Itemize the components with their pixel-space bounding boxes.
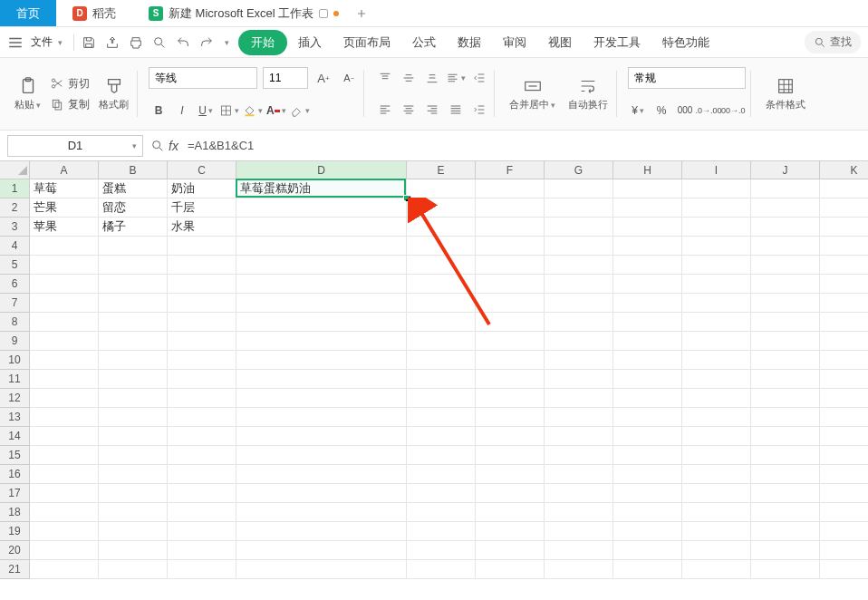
cell-H20[interactable] bbox=[613, 541, 682, 560]
cell-G16[interactable] bbox=[545, 465, 613, 484]
cell-A18[interactable] bbox=[30, 503, 99, 522]
cell-K5[interactable] bbox=[820, 256, 868, 275]
cell-I16[interactable] bbox=[682, 465, 751, 484]
cell-J3[interactable] bbox=[751, 218, 820, 237]
cell-J8[interactable] bbox=[751, 313, 820, 332]
cell-J17[interactable] bbox=[751, 484, 820, 503]
cell-J19[interactable] bbox=[751, 522, 820, 541]
cell-D2[interactable] bbox=[236, 198, 407, 218]
cell-I6[interactable] bbox=[682, 275, 751, 294]
cell-G6[interactable] bbox=[545, 275, 613, 294]
row-header-15[interactable]: 15 bbox=[0, 446, 30, 465]
cell-I5[interactable] bbox=[682, 256, 751, 275]
increase-indent-button[interactable] bbox=[469, 100, 489, 120]
search-box[interactable]: 查找 bbox=[805, 31, 861, 53]
cell-B21[interactable] bbox=[99, 560, 168, 579]
cell-G13[interactable] bbox=[545, 408, 613, 427]
copy-button[interactable]: 复制 bbox=[50, 97, 90, 112]
align-bottom-button[interactable] bbox=[422, 68, 442, 88]
cell-C5[interactable] bbox=[168, 256, 236, 275]
format-painter-button[interactable]: 格式刷 bbox=[95, 73, 132, 115]
cell-D6[interactable] bbox=[236, 275, 407, 294]
cell-I15[interactable] bbox=[682, 446, 751, 465]
cell-E20[interactable] bbox=[407, 541, 476, 560]
cell-I14[interactable] bbox=[682, 427, 751, 446]
cell-K19[interactable] bbox=[820, 522, 868, 541]
cell-H3[interactable] bbox=[613, 218, 682, 237]
select-all-corner[interactable] bbox=[0, 161, 30, 179]
font-name-select[interactable] bbox=[149, 67, 257, 89]
cell-I12[interactable] bbox=[682, 389, 751, 408]
cell-A12[interactable] bbox=[30, 389, 99, 408]
cell-K4[interactable] bbox=[820, 237, 868, 256]
increase-font-button[interactable]: A+ bbox=[313, 68, 333, 88]
cell-I11[interactable] bbox=[682, 370, 751, 389]
cell-F7[interactable] bbox=[476, 294, 545, 313]
cell-A3[interactable]: 苹果 bbox=[30, 218, 99, 237]
cell-F16[interactable] bbox=[476, 465, 545, 484]
wrap-text-button[interactable]: 自动换行 bbox=[564, 73, 612, 115]
ribbon-tab-3[interactable]: 公式 bbox=[401, 29, 447, 56]
align-top-button[interactable] bbox=[375, 68, 395, 88]
cell-H7[interactable] bbox=[613, 294, 682, 313]
row-header-10[interactable]: 10 bbox=[0, 351, 30, 370]
cell-F6[interactable] bbox=[476, 275, 545, 294]
cell-H13[interactable] bbox=[613, 408, 682, 427]
file-menu[interactable]: 文件▾ bbox=[27, 33, 66, 52]
cell-B1[interactable]: 蛋糕 bbox=[99, 179, 168, 198]
cell-G18[interactable] bbox=[545, 503, 613, 522]
cell-C12[interactable] bbox=[168, 389, 236, 408]
font-color-button[interactable]: A▾ bbox=[266, 101, 286, 121]
col-header-K[interactable]: K bbox=[820, 161, 868, 179]
cell-H17[interactable] bbox=[613, 484, 682, 503]
justify-button[interactable] bbox=[446, 100, 466, 120]
conditional-format-button[interactable]: 条件格式 bbox=[762, 73, 809, 115]
cell-K16[interactable] bbox=[820, 465, 868, 484]
cell-B4[interactable] bbox=[99, 237, 168, 256]
cell-E10[interactable] bbox=[407, 351, 476, 370]
cell-J14[interactable] bbox=[751, 427, 820, 446]
cell-F14[interactable] bbox=[476, 427, 545, 446]
cell-K11[interactable] bbox=[820, 370, 868, 389]
row-header-4[interactable]: 4 bbox=[0, 237, 30, 256]
row-header-18[interactable]: 18 bbox=[0, 503, 30, 522]
cell-J1[interactable] bbox=[751, 179, 820, 198]
cell-H9[interactable] bbox=[613, 332, 682, 351]
cell-K1[interactable] bbox=[820, 179, 868, 198]
row-header-7[interactable]: 7 bbox=[0, 294, 30, 313]
row-header-5[interactable]: 5 bbox=[0, 256, 30, 275]
cell-F18[interactable] bbox=[476, 503, 545, 522]
cell-E15[interactable] bbox=[407, 446, 476, 465]
cell-F5[interactable] bbox=[476, 256, 545, 275]
cell-E7[interactable] bbox=[407, 294, 476, 313]
cell-H6[interactable] bbox=[613, 275, 682, 294]
cell-K10[interactable] bbox=[820, 351, 868, 370]
cell-A20[interactable] bbox=[30, 541, 99, 560]
name-box[interactable]: D1 bbox=[7, 135, 143, 157]
cell-E3[interactable] bbox=[407, 218, 476, 237]
align-right-button[interactable] bbox=[422, 100, 442, 120]
cell-G8[interactable] bbox=[545, 313, 613, 332]
cell-B18[interactable] bbox=[99, 503, 168, 522]
cell-H19[interactable] bbox=[613, 522, 682, 541]
cell-B8[interactable] bbox=[99, 313, 168, 332]
clear-format-button[interactable]: ▾ bbox=[290, 101, 310, 121]
ribbon-tab-6[interactable]: 视图 bbox=[537, 29, 583, 56]
cell-C2[interactable]: 千层 bbox=[168, 198, 236, 218]
col-header-J[interactable]: J bbox=[751, 161, 820, 179]
cell-F4[interactable] bbox=[476, 237, 545, 256]
cell-I3[interactable] bbox=[682, 218, 751, 237]
col-header-E[interactable]: E bbox=[407, 161, 476, 179]
cell-J21[interactable] bbox=[751, 560, 820, 579]
cell-D14[interactable] bbox=[236, 427, 407, 446]
cell-C17[interactable] bbox=[168, 484, 236, 503]
row-header-8[interactable]: 8 bbox=[0, 313, 30, 332]
cell-J7[interactable] bbox=[751, 294, 820, 313]
cell-D1[interactable]: 草莓蛋糕奶油 bbox=[236, 179, 407, 198]
cell-C8[interactable] bbox=[168, 313, 236, 332]
cell-D19[interactable] bbox=[236, 522, 407, 541]
cell-K20[interactable] bbox=[820, 541, 868, 560]
row-header-9[interactable]: 9 bbox=[0, 332, 30, 351]
col-header-F[interactable]: F bbox=[476, 161, 545, 179]
cell-B7[interactable] bbox=[99, 294, 168, 313]
